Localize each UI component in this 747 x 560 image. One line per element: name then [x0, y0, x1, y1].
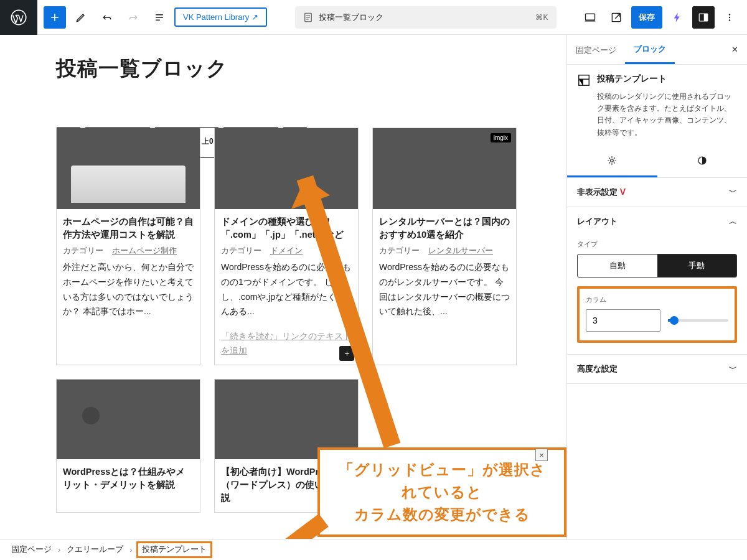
subtab-styles[interactable] [657, 147, 748, 177]
breadcrumb-item-current[interactable]: 投稿テンプレート [138, 543, 210, 556]
post-card[interactable]: WordPressとは？仕組みやメリット・デメリットを解説 [56, 379, 200, 513]
post-title: ホームページの自作は可能？自作方法や運用コストを解説 [63, 215, 194, 241]
post-category-link[interactable]: ドメイン [270, 245, 303, 256]
gear-icon [606, 155, 618, 166]
add-block-button[interactable] [44, 6, 66, 29]
wordpress-icon [10, 9, 27, 26]
settings-sidebar-toggle[interactable] [692, 6, 715, 29]
section-hidden[interactable]: 非表示設定 V﹀ [567, 178, 747, 207]
page-title: 投稿一覧ブロック [56, 55, 548, 83]
sidebar-icon [698, 12, 709, 23]
post-title: ドメインの種類や選び方！「.com」「.jp」「.net」など [221, 215, 352, 241]
external-icon [610, 11, 622, 24]
svg-point-6 [729, 14, 730, 15]
post-category-link[interactable]: ホームページ制作 [112, 245, 177, 256]
annotation-callout: 「グリッドビュー」が選択されていると カラム数の変更ができる [317, 447, 566, 537]
device-preview-button[interactable] [579, 6, 601, 29]
post-excerpt: WordPressを始めるのに必要なものの1つがドメインです。 しかし、.com… [221, 260, 352, 319]
breadcrumb-item[interactable]: クエリーループ [67, 544, 123, 555]
top-toolbar: VK Pattern Library ↗ 投稿一覧ブロック ⌘K 保存 [0, 0, 747, 35]
undo-button[interactable] [96, 6, 118, 29]
editor-canvas: 投稿一覧ブロック ※上0 [0, 35, 566, 539]
plus-icon [49, 11, 61, 24]
settings-sidebar: 固定ページ ブロック ✕ 投稿テンプレート 投稿のレンダリングに使用されるブロッ… [566, 35, 747, 539]
undo-icon [101, 11, 113, 24]
type-auto[interactable]: 自動 [578, 254, 657, 277]
list-icon [153, 11, 166, 24]
column-input[interactable] [586, 309, 660, 332]
type-label: タイプ [577, 240, 737, 249]
column-slider[interactable] [668, 319, 728, 322]
vk-pattern-library-link[interactable]: VK Pattern Library ↗ [174, 7, 267, 27]
redo-icon [127, 11, 139, 24]
wp-logo[interactable] [0, 0, 37, 35]
svg-rect-5 [704, 14, 708, 21]
kebab-icon [724, 12, 735, 23]
svg-point-7 [729, 16, 730, 17]
redo-button[interactable] [122, 6, 144, 29]
post-title: WordPressとは？仕組みやメリット・デメリットを解説 [63, 465, 194, 492]
block-name: 投稿テンプレート [597, 73, 667, 85]
open-external-button[interactable] [605, 6, 627, 29]
svg-point-8 [729, 19, 730, 21]
tab-block[interactable]: ブロック [625, 35, 675, 64]
post-card[interactable]: ホームページの自作は可能？自作方法や運用コストを解説 カテゴリーホームページ制作… [56, 128, 200, 365]
contrast-icon [697, 155, 708, 166]
document-overview-button[interactable] [148, 6, 171, 29]
document-title: 投稿一覧ブロック [319, 12, 383, 23]
tab-page[interactable]: 固定ページ [567, 36, 625, 63]
svg-point-24 [611, 159, 614, 162]
block-description: 投稿のレンダリングに使用されるブロック要素を含みます。たとえばタイトル、日付、ア… [567, 90, 747, 147]
subtab-settings[interactable] [567, 147, 657, 177]
post-thumbnail [215, 128, 358, 209]
template-icon [577, 73, 591, 87]
section-layout[interactable]: レイアウト︿ [567, 207, 747, 236]
post-thumbnail [57, 380, 200, 459]
readmore-placeholder[interactable]: 「続きを読む」リンクのテキストを追加 [221, 329, 352, 357]
document-title-bar[interactable]: 投稿一覧ブロック ⌘K [273, 6, 579, 29]
more-options-button[interactable] [718, 6, 741, 29]
section-advanced[interactable]: 高度な設定﹀ [567, 355, 747, 383]
type-manual[interactable]: 手動 [657, 254, 737, 277]
dismiss-notice[interactable]: × [535, 449, 548, 461]
svg-rect-2 [586, 14, 595, 20]
post-excerpt: 外注だと高いから、何とか自分でホームページを作りたいと考えている方は多いのではな… [63, 260, 194, 319]
save-button[interactable]: 保存 [631, 6, 662, 29]
post-title: レンタルサーバーとは？国内のおすすめ10選を紹介 [379, 215, 510, 241]
block-breadcrumb: 固定ページ › クエリーループ › 投稿テンプレート [0, 539, 747, 560]
breadcrumb-item[interactable]: 固定ページ [11, 544, 52, 555]
type-segmented: 自動 手動 [577, 254, 737, 278]
add-block-inline[interactable]: ＋ [339, 346, 354, 361]
post-thumbnail: imgix [373, 128, 516, 209]
command-shortcut: ⌘K [535, 13, 548, 22]
column-control-highlight: カラム [577, 286, 737, 343]
post-excerpt: WordPressを始めるのに必要なものがレンタルサーバーです。 今回はレンタル… [379, 260, 510, 319]
jetpack-button[interactable] [666, 6, 688, 29]
pencil-icon [75, 11, 87, 24]
post-card[interactable]: ドメインの種類や選び方！「.com」「.jp」「.net」など カテゴリードメイ… [214, 128, 359, 365]
page-icon [303, 12, 314, 23]
bolt-icon [672, 12, 683, 23]
close-sidebar-button[interactable]: ✕ [723, 39, 747, 60]
post-category-link[interactable]: レンタルサーバー [428, 245, 493, 256]
edit-mode-button[interactable] [70, 6, 92, 29]
post-thumbnail [57, 128, 200, 209]
column-label: カラム [586, 295, 728, 304]
post-card[interactable]: imgix レンタルサーバーとは？国内のおすすめ10選を紹介 カテゴリーレンタル… [372, 128, 517, 365]
device-icon [584, 11, 596, 24]
